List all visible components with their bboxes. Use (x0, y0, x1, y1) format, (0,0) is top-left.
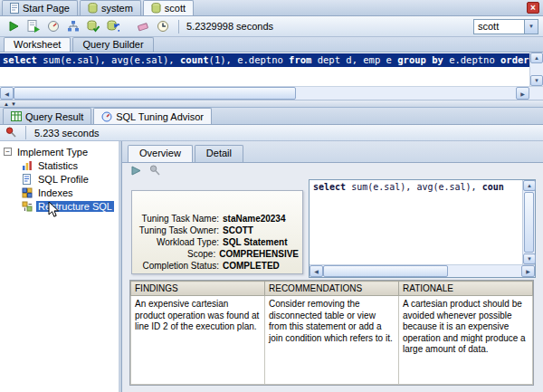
tab-label: system (101, 3, 133, 14)
sql-editor[interactable]: select sum(e.sal), avg(e.sal), count(1),… (0, 53, 543, 87)
clear-button[interactable] (134, 18, 151, 35)
scroll-left-button[interactable]: ◀ (0, 87, 14, 100)
expander-icon[interactable]: − (4, 148, 12, 156)
task-label: Tuning Task Name: (136, 214, 223, 224)
sql-text: dept d, emp e (311, 54, 397, 65)
autotrace-button[interactable] (44, 18, 62, 35)
sql-text: e.deptno (443, 54, 500, 65)
scroll-down-button[interactable]: ▼ (530, 75, 543, 86)
tree-item-statistics[interactable]: Statistics (4, 158, 119, 172)
findings-table: FINDINGS RECOMMENDATIONS RATIONALE An ex… (129, 280, 534, 386)
tab-label: Query Builder (82, 39, 143, 50)
close-icon[interactable]: × (527, 2, 539, 14)
task-label: Workload Type: (136, 237, 223, 247)
scrollbar-track[interactable] (448, 265, 521, 277)
commit-icon (87, 20, 100, 33)
tree-item-sql-profile[interactable]: SQL Profile (4, 172, 119, 186)
task-value: SCOTT (223, 225, 253, 235)
tab-label: Detail (206, 148, 232, 158)
column-header-recommendations: RECOMMENDATIONS (265, 282, 399, 296)
tree-root-implement-type[interactable]: − Implement Type (4, 145, 119, 158)
pin-disabled-icon[interactable] (149, 165, 161, 177)
preview-horizontal-scrollbar[interactable]: ◀ ▶ (310, 264, 535, 277)
start-page-icon (10, 3, 19, 14)
tab-system[interactable]: system (80, 0, 141, 15)
tab-worksheet[interactable]: Worksheet (4, 37, 71, 52)
sql-text: (1), e.deptno (209, 54, 290, 65)
run-script-button[interactable] (24, 18, 42, 35)
task-label: Tuning Task Owner: (136, 225, 223, 235)
editor-horizontal-scrollbar[interactable]: ◀ ▶ (0, 87, 543, 100)
sql-profile-icon (22, 174, 33, 185)
rationale-cell: A cartesian product should be avoided wh… (399, 296, 533, 385)
clear-icon (137, 20, 149, 33)
pin-icon[interactable] (5, 127, 17, 139)
explain-plan-button[interactable] (64, 18, 81, 35)
commit-button[interactable] (84, 18, 101, 35)
execution-timer: 5.2329998 seconds (186, 21, 273, 32)
play-icon (131, 166, 141, 176)
tab-start-page[interactable]: Start Page (2, 0, 78, 15)
scroll-up-button[interactable]: ▲ (530, 53, 543, 63)
scroll-down-button[interactable]: ▼ (523, 253, 536, 264)
tab-label: SQL Tuning Advisor (116, 111, 204, 122)
tab-overview[interactable]: Overview (128, 145, 193, 162)
tree-item-label: Restructure SQL (36, 201, 114, 212)
preview-vertical-scrollbar[interactable]: ▲ ▼ (522, 180, 535, 264)
recommendation-cell: Consider removing the disconnected table… (265, 296, 399, 385)
scrollbar-track[interactable] (530, 63, 543, 75)
document-tabstrip: Start Page system scott × (0, 0, 543, 16)
connection-selector[interactable]: scott ▼ (473, 19, 538, 34)
sql-text: sum(e.sal), avg(e.sal), (43, 54, 180, 65)
sql-keyword: order by (500, 54, 529, 65)
scroll-up-button[interactable]: ▲ (523, 180, 536, 191)
tuning-timer: 5.233 seconds (34, 128, 100, 139)
task-row: Scope: COMPREHENSIVE (136, 248, 299, 260)
run-statement-button[interactable] (5, 18, 22, 35)
table-row: An expensive cartesian product operation… (131, 296, 533, 385)
splitter-collapse-up-icon[interactable]: ▲ (4, 101, 9, 107)
chevron-down-icon[interactable]: ▼ (524, 20, 538, 33)
scroll-right-button[interactable]: ▶ (516, 87, 529, 100)
preview-text: select sum(e.sal), avg(e.sal), coun (310, 180, 522, 264)
rollback-icon (107, 20, 119, 33)
sql-editor-selected-line: select sum(e.sal), avg(e.sal), count(1),… (0, 53, 529, 67)
tree-item-restructure-sql[interactable]: Restructure SQL (4, 199, 119, 213)
splitter-collapse-down-icon[interactable]: ▼ (11, 101, 16, 107)
overview-body: Tuning Task Name: staName20234 Tuning Ta… (122, 177, 543, 392)
tab-scott[interactable]: scott (143, 0, 194, 15)
explain-plan-icon (67, 20, 80, 33)
horizontal-splitter[interactable]: ▲ ▼ (0, 100, 543, 108)
advisor-tabstrip: Overview Detail (122, 141, 543, 163)
tab-label: Overview (139, 148, 181, 158)
tab-sql-tuning-advisor[interactable]: SQL Tuning Advisor (93, 108, 212, 124)
replay-button[interactable] (131, 166, 141, 176)
tuning-toolbar: 5.233 seconds (0, 125, 543, 141)
sql-keyword: count (180, 54, 209, 65)
tab-query-builder[interactable]: Query Builder (72, 37, 153, 52)
rollback-button[interactable] (104, 18, 121, 35)
advisor-main: − Implement Type Statistics SQL Profile … (0, 141, 543, 392)
sql-editor-text[interactable]: select sum(e.sal), avg(e.sal), count(1),… (0, 53, 529, 86)
task-label: Scope: (136, 249, 219, 259)
scrollbar-track[interactable] (296, 87, 516, 100)
sql-history-button[interactable] (154, 18, 171, 35)
task-value: staName20234 (223, 214, 286, 224)
scrollbar-thumb[interactable] (323, 265, 448, 277)
tab-detail[interactable]: Detail (195, 145, 243, 162)
indexes-icon (22, 187, 33, 198)
tree-item-label: SQL Profile (36, 174, 90, 185)
tab-query-result[interactable]: Query Result (3, 108, 91, 124)
scroll-right-button[interactable]: ▶ (521, 265, 535, 277)
tree-item-indexes[interactable]: Indexes (4, 186, 119, 199)
editor-vertical-scrollbar[interactable]: ▲ ▼ (529, 53, 543, 86)
scrollbar-thumb[interactable] (14, 87, 296, 100)
sql-keyword: select (3, 54, 43, 65)
tree-item-label: Indexes (36, 187, 75, 198)
sql-tuning-advisor-icon (101, 111, 112, 122)
scrollbar-thumb[interactable] (524, 192, 534, 253)
connection-value: scott (474, 21, 524, 32)
sql-statement-preview[interactable]: select sum(e.sal), avg(e.sal), coun ▲ ▼ … (309, 179, 536, 278)
task-row: Tuning Task Name: staName20234 (136, 213, 299, 225)
scroll-left-button[interactable]: ◀ (310, 265, 323, 277)
